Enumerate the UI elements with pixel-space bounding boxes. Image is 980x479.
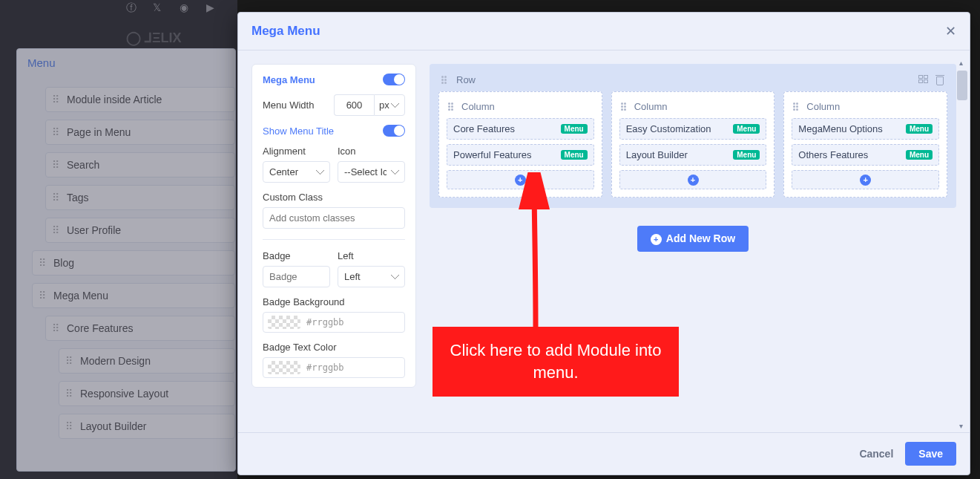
trash-icon[interactable] xyxy=(935,75,944,85)
grip-icon: ⠿ xyxy=(52,94,59,105)
menu-tree-panel: Menu ⠿Module inside Article ⠿Page in Men… xyxy=(16,48,236,472)
show-title-toggle[interactable] xyxy=(383,125,405,137)
alignment-select[interactable]: Center xyxy=(263,161,330,183)
tree-item-label: Module inside Article xyxy=(67,94,162,105)
pinterest-icon[interactable]: ◉ xyxy=(180,1,193,15)
divider xyxy=(263,239,405,240)
close-icon[interactable]: ✕ xyxy=(945,23,956,39)
scroll-down-icon[interactable]: ▾ xyxy=(959,422,963,430)
menu-item[interactable]: Layout BuilderMenu xyxy=(619,144,767,166)
cancel-button[interactable]: Cancel xyxy=(859,448,893,460)
modal-title: Mega Menu xyxy=(251,24,320,39)
tree-item-label: Layout Builder xyxy=(80,420,147,432)
scroll-up-icon[interactable]: ▴ xyxy=(959,59,963,67)
color-swatch-icon xyxy=(268,316,300,329)
mega-menu-toggle[interactable] xyxy=(383,74,405,85)
badge-input[interactable] xyxy=(263,266,330,287)
grip-icon: ⠿ xyxy=(52,192,59,203)
color-swatch-icon xyxy=(268,361,300,374)
tree-item[interactable]: ⠿Search xyxy=(45,152,235,177)
grip-icon[interactable] xyxy=(793,102,800,111)
add-module-button[interactable]: + xyxy=(792,170,939,189)
color-hex-placeholder: #rrggbb xyxy=(306,362,344,373)
annotation-callout: Click here to add Module into menu. xyxy=(433,327,679,397)
builder-column: ColumnMegaMenu OptionsMenuOthers Feature… xyxy=(783,91,947,198)
vertical-scrollbar[interactable]: ▴ ▾ xyxy=(957,59,968,430)
layout-grid-icon[interactable] xyxy=(918,75,929,85)
modal-footer: Cancel Save xyxy=(238,432,970,475)
add-module-button[interactable]: + xyxy=(447,170,594,189)
tree-item[interactable]: ⠿Modern Design xyxy=(59,348,235,374)
menu-width-input[interactable] xyxy=(334,94,374,116)
tree-item[interactable]: ⠿Core Features xyxy=(45,316,235,341)
tree-item[interactable]: ⠿Module inside Article xyxy=(45,87,235,112)
grip-icon: ⠿ xyxy=(52,159,59,171)
grip-icon: ⠿ xyxy=(65,355,73,367)
badge-bg-color-input[interactable]: #rrggbb xyxy=(263,312,405,333)
grip-icon: ⠿ xyxy=(65,388,73,400)
menu-item-label: Core Features xyxy=(453,123,515,134)
menu-item[interactable]: Core FeaturesMenu xyxy=(447,118,594,140)
tree-item-label: Core Features xyxy=(67,322,133,334)
tree-item-label: Blog xyxy=(53,257,74,269)
grip-icon: ⠿ xyxy=(65,420,73,432)
menu-item[interactable]: Powerful FeaturesMenu xyxy=(447,144,594,166)
grip-icon[interactable] xyxy=(441,76,449,84)
badge-text-color-label: Badge Text Color xyxy=(263,342,405,353)
tree-item[interactable]: ⠿Tags xyxy=(45,185,235,210)
tree-item-label: Tags xyxy=(67,192,89,203)
icon-label: Icon xyxy=(338,146,405,157)
tree-item-label: User Profile xyxy=(67,224,121,236)
add-row-button[interactable]: +Add New Row xyxy=(637,226,749,252)
tree-item-label: Page in Menu xyxy=(67,126,131,138)
add-module-button[interactable]: + xyxy=(619,170,767,189)
tree-item[interactable]: ⠿Layout Builder xyxy=(59,414,235,439)
menu-item[interactable]: Easy CustomizationMenu xyxy=(619,118,767,140)
column-label: Column xyxy=(461,101,495,112)
menu-item[interactable]: MegaMenu OptionsMenu xyxy=(792,118,939,140)
modal-header: Mega Menu ✕ xyxy=(238,13,970,50)
menu-width-label: Menu Width xyxy=(263,100,314,111)
menu-width-unit-select[interactable]: px xyxy=(374,94,405,116)
color-hex-placeholder: #rrggbb xyxy=(306,317,344,328)
menu-badge: Menu xyxy=(561,124,588,134)
facebook-icon[interactable]: ⓕ xyxy=(126,1,139,15)
tree-item[interactable]: ⠿Responsive Layout xyxy=(59,381,235,406)
save-button[interactable]: Save xyxy=(905,442,956,466)
builder-column: ColumnCore FeaturesMenuPowerful Features… xyxy=(438,91,602,198)
twitter-icon[interactable]: 𝕏 xyxy=(153,1,166,15)
column-label: Column xyxy=(634,101,668,112)
badge-text-color-input[interactable]: #rrggbb xyxy=(263,357,405,378)
mega-menu-toggle-label: Mega Menu xyxy=(263,74,315,85)
menu-badge: Menu xyxy=(733,124,760,134)
menu-badge: Menu xyxy=(561,150,588,160)
menu-item-label: Layout Builder xyxy=(626,149,688,160)
plus-icon: + xyxy=(860,175,871,186)
menu-item-label: Others Features xyxy=(798,149,868,160)
grip-icon: ⠿ xyxy=(52,126,59,138)
tree-item[interactable]: ⠿Page in Menu xyxy=(45,120,235,145)
grip-icon[interactable] xyxy=(621,102,628,111)
add-row-label: Add New Row xyxy=(666,232,735,244)
menu-item[interactable]: Others FeaturesMenu xyxy=(792,144,939,166)
settings-panel: Mega Menu Menu Width px Show Menu Title … xyxy=(251,64,416,388)
scrollbar-thumb[interactable] xyxy=(957,71,967,100)
custom-class-input[interactable] xyxy=(263,207,405,229)
badge-position-label: Left xyxy=(338,250,405,261)
menu-item-label: MegaMenu Options xyxy=(798,123,882,134)
icon-select[interactable]: --Select Icon-- xyxy=(338,161,405,183)
grip-icon: ⠿ xyxy=(52,224,59,236)
youtube-icon[interactable]: ▶ xyxy=(206,1,220,15)
tree-item[interactable]: ⠿Blog xyxy=(32,250,235,276)
tree-item[interactable]: ⠿Mega Menu xyxy=(32,283,235,308)
tree-item-label: Modern Design xyxy=(80,355,151,367)
grip-icon: ⠿ xyxy=(39,257,46,269)
builder-row: Row ColumnCore FeaturesMenuPowerful Feat… xyxy=(430,64,956,208)
mega-menu-modal: Mega Menu ✕ Mega Menu Menu Width px Show… xyxy=(237,12,970,475)
grip-icon: ⠿ xyxy=(39,290,46,302)
grip-icon[interactable] xyxy=(448,102,456,111)
row-label: Row xyxy=(456,74,476,85)
badge-position-select[interactable]: Left xyxy=(338,266,405,287)
tree-item-label: Responsive Layout xyxy=(80,388,168,400)
tree-item[interactable]: ⠿User Profile xyxy=(45,218,235,243)
